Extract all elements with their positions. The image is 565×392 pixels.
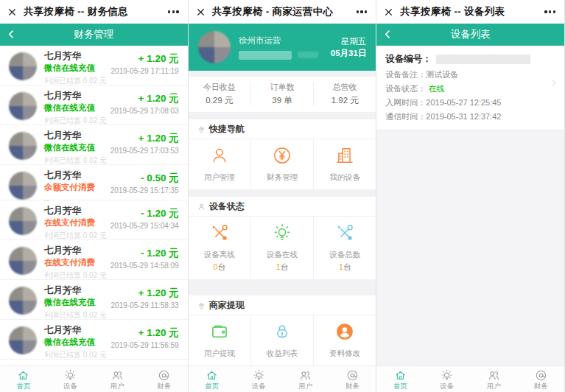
menu-item-2[interactable]: 设备总数1台: [314, 217, 376, 279]
menu-item-2[interactable]: 我的设备: [314, 139, 376, 189]
users-icon: [488, 369, 500, 382]
menu-item-label: 设备在线: [251, 250, 313, 259]
amount: + 1.20 元: [111, 327, 179, 339]
avatar: [9, 287, 37, 315]
bulb-icon: [441, 369, 453, 382]
tab-设备[interactable]: 设备: [235, 366, 282, 392]
date: 05月31日: [331, 47, 367, 59]
transaction-type: 微信在线充值: [44, 63, 107, 74]
appbar-title: 共享按摩椅 -- 财务信息: [24, 5, 128, 18]
user-name: 七月芳华: [44, 170, 95, 181]
menu-item-2[interactable]: 资料修改: [314, 315, 376, 365]
transaction-row[interactable]: 七月芳华微信在线充值利润已结算 0.02 元+ 1.20 元2019-05-29…: [0, 320, 188, 360]
close-icon[interactable]: [7, 7, 17, 17]
menu-item-1[interactable]: 设备在线1台: [251, 217, 314, 279]
users-icon: [299, 369, 312, 382]
personCircle-icon: [335, 322, 354, 341]
date: 2019-05-29 11:56:59: [111, 340, 179, 351]
user-icon: [210, 146, 229, 165]
tab-设备[interactable]: 设备: [424, 366, 471, 392]
date: 2019-05-29 17:03:53: [110, 146, 179, 156]
tab-首页[interactable]: 首页: [376, 366, 424, 392]
tab-label: 首页: [393, 382, 407, 390]
transaction-row[interactable]: 七月芳华微信在线充值利润已结算 0.02 元+ 1.20 元2019-05-29…: [0, 85, 188, 125]
back-icon[interactable]: [382, 29, 393, 40]
transaction-row[interactable]: 七月芳华微信在线充值利润已结算 0.02 元+ 1.20 元2019-05-29…: [0, 125, 188, 165]
amount: + 1.20 元: [110, 133, 179, 144]
close-icon[interactable]: [384, 7, 393, 17]
nav-header: 财务管理: [0, 24, 188, 46]
appbar: 共享按摩椅 -- 设备列表: [376, 0, 564, 24]
yuan-icon: [273, 146, 292, 165]
appbar-title: 共享按摩椅 -- 设备列表: [400, 5, 505, 18]
device-comm-time: 通信时间：2019-05-31 12:37:42: [385, 111, 555, 122]
tab-设备[interactable]: 设备: [47, 366, 94, 392]
menu-item-1[interactable]: 财务管理: [251, 139, 314, 189]
tab-首页[interactable]: 首页: [0, 366, 47, 392]
more-menu-icon[interactable]: [166, 7, 180, 15]
transaction-row[interactable]: 七月芳华在线支付消费利润已结算 0.02 元- 1.20 元2019-05-29…: [0, 240, 188, 280]
stat-item: 总营收1.92 元: [314, 82, 376, 106]
tab-label: 设备: [63, 382, 77, 390]
transaction-row[interactable]: 七月芳华余额支付消费--- 0.50 元2019-05-29 15:17:35: [0, 165, 188, 200]
close-icon[interactable]: [196, 7, 206, 17]
at-icon: [535, 369, 547, 382]
transaction-row[interactable]: 七月芳华微信在线充值利润已结算 0.02 元+ 1.20 元2019-05-29…: [0, 280, 188, 320]
pin-icon: [197, 125, 206, 133]
device-count: 1台: [314, 262, 376, 272]
bulb-icon: [253, 369, 265, 382]
weekday: 星期五: [331, 35, 367, 47]
user-name: 七月芳华: [44, 91, 107, 102]
tab-用户[interactable]: 用户: [282, 366, 329, 392]
tab-label: 用户: [487, 382, 501, 390]
profit-note: 利润已结算 0.02 元: [44, 310, 107, 320]
transaction-type: 在线支付消费: [44, 257, 107, 268]
home-icon: [206, 369, 218, 382]
menu-item-label: 用户管理: [189, 172, 250, 182]
avatar: [9, 326, 37, 354]
menu-item-label: 资料修改: [314, 349, 376, 358]
profit-note: 利润已结算 0.02 元: [44, 231, 107, 240]
amount: + 1.20 元: [110, 93, 179, 105]
tab-财务[interactable]: 财务: [329, 366, 376, 392]
transaction-row[interactable]: 七月芳华在线支付消费利润已结算 0.02 元- 1.20 元2019-05-29…: [0, 200, 188, 240]
tab-财务[interactable]: 财务: [141, 366, 188, 392]
page-title: 财务管理: [74, 28, 113, 41]
profit-note: 利润已结算 0.02 元: [44, 116, 107, 125]
person-icon: [197, 203, 206, 211]
menu-item-0[interactable]: 设备离线0台: [189, 217, 251, 279]
tab-label: 用户: [110, 382, 124, 390]
tab-财务[interactable]: 财务: [517, 366, 564, 392]
section-title: 快捷导航: [209, 123, 245, 136]
stat-label: 总营收: [314, 82, 376, 93]
user-header: 徐州市运营 星期五 05月31日: [189, 24, 376, 71]
profit-note: --: [44, 195, 95, 205]
user-name: 七月芳华: [44, 51, 107, 62]
tab-label: 设备: [440, 382, 454, 390]
back-icon[interactable]: [6, 29, 17, 40]
device-card[interactable]: 设备编号： 设备备注：测试设备 设备状态： 在线 入网时间：2019-05-27…: [376, 46, 564, 130]
transaction-type: 余额支付消费: [44, 182, 95, 193]
menu-item-0[interactable]: 用户提现: [189, 315, 251, 365]
avatar: [9, 132, 37, 160]
profit-note: 利润已结算 0.02 元: [44, 76, 107, 85]
chevron-right-icon: [549, 78, 558, 88]
user-name: 七月芳华: [44, 245, 107, 256]
tab-bar: 首页设备用户财务: [0, 365, 188, 392]
menu-item-1[interactable]: 收益列表: [251, 315, 314, 365]
more-menu-icon[interactable]: [355, 7, 369, 15]
more-menu-icon[interactable]: [543, 7, 557, 15]
amount: - 1.20 元: [110, 208, 179, 220]
stat-label: 订单数: [251, 82, 313, 93]
stat-item: 订单数39 单: [251, 82, 314, 106]
stats-row: 今日收益0.29 元订单数39 单总营收1.92 元: [189, 77, 376, 112]
transaction-row[interactable]: 七月芳华微信在线充值利润已结算 0.02 元+ 1.20 元2019-05-29…: [0, 46, 188, 85]
tab-用户[interactable]: 用户: [471, 366, 518, 392]
tab-用户[interactable]: 用户: [94, 366, 141, 392]
menu-item-0[interactable]: 用户管理: [189, 139, 251, 189]
user-name: 七月芳华: [44, 130, 107, 141]
screen-device-list: 共享按摩椅 -- 设备列表 设备列表 设备编号： 设备备注：测试设备 设备状态：…: [376, 0, 565, 392]
tab-首页[interactable]: 首页: [189, 366, 236, 392]
tab-label: 财务: [345, 382, 359, 390]
menu-item-label: 设备离线: [189, 250, 250, 259]
